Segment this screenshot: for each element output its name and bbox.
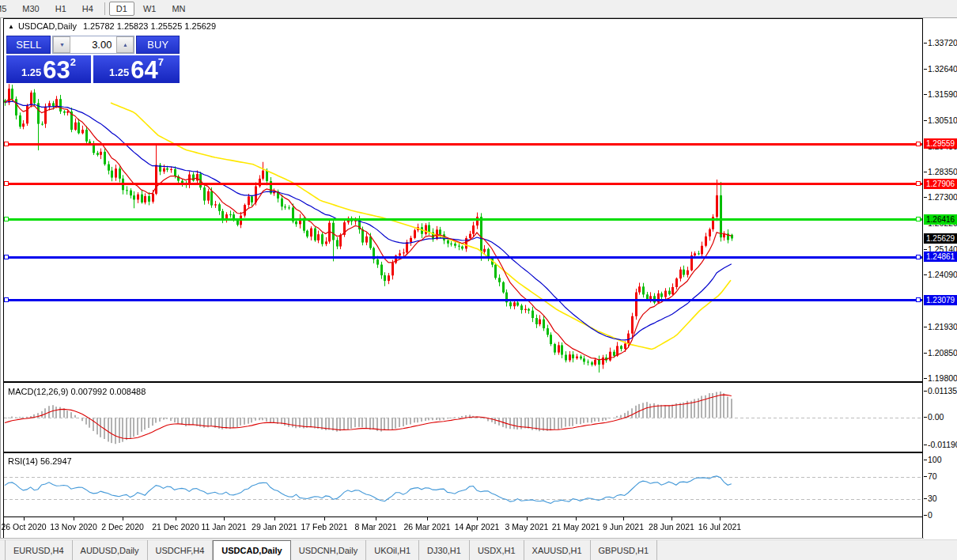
volume-input[interactable] xyxy=(70,36,116,53)
rsi-tick-label: 100 xyxy=(928,455,942,464)
rsi-tick-label: 70 xyxy=(928,471,937,481)
chart-symbol-label: USDCAD,Daily xyxy=(18,21,77,31)
price-level-badge: 1.23079 xyxy=(924,295,957,305)
tab-usdchf-h4[interactable]: USDCHF,H4 xyxy=(148,540,214,560)
date-tick-label: 9 Jun 2021 xyxy=(603,522,644,532)
date-tick-label: 21 Dec 2020 xyxy=(152,522,199,532)
timeframe-button-m30[interactable]: M30 xyxy=(15,2,46,16)
price-level-badge: 1.29559 xyxy=(924,138,957,149)
date-tick-label: 26 Oct 2020 xyxy=(1,522,46,532)
tab-ukoil-h1[interactable]: UKOil,H1 xyxy=(366,540,419,560)
panel-collapse-icon[interactable]: ▲ xyxy=(8,23,14,30)
sell-price-small: 1.25 xyxy=(21,66,41,78)
sell-price-sup: 2 xyxy=(70,56,76,68)
date-tick-label: 8 Mar 2021 xyxy=(354,522,396,532)
sell-button[interactable]: SELL xyxy=(6,36,51,54)
tab-eurusd-h4[interactable]: EURUSD,H4 xyxy=(5,540,73,560)
price-tick-label: 1.28350 xyxy=(928,167,957,176)
date-tick-label: 17 Feb 2021 xyxy=(301,522,348,532)
timeframe-button-mn[interactable]: MN xyxy=(165,2,192,16)
price-tick-label: 1.21930 xyxy=(928,322,957,331)
macd-indicator-label: MACD(12,26,9) 0.007992 0.008488 xyxy=(8,387,146,396)
date-tick-label: 28 Jun 2021 xyxy=(649,522,694,532)
chart-ohlc-readout: 1.25782 1.25823 1.25525 1.25629 xyxy=(83,21,216,31)
price-tick-label: 1.24090 xyxy=(928,270,957,279)
chart-title: ▲USDCAD,Daily1.25782 1.25823 1.25525 1.2… xyxy=(8,21,216,31)
price-level-badge: 1.24861 xyxy=(924,252,957,262)
price-chart-canvas[interactable] xyxy=(0,0,924,560)
timeframe-button-h1[interactable]: H1 xyxy=(48,2,74,16)
price-tick-label: 1.31590 xyxy=(928,89,957,99)
tab-xauusd-h1[interactable]: XAUUSD,H1 xyxy=(524,540,591,560)
mt4-window: M5M30H1H4D1W1MN ▲USDCAD,Daily1.25782 1.2… xyxy=(0,0,957,560)
timeframe-button-m5[interactable]: M5 xyxy=(0,2,13,16)
date-tick-label: 3 May 2021 xyxy=(505,522,549,532)
up-arrow-icon: ▲ xyxy=(123,42,128,47)
volume-control: ▼ ▲ xyxy=(52,36,134,54)
chart-tabs-bar: EURUSD,H4AUDUSD,DailyUSDCHF,H4USDCAD,Dai… xyxy=(0,539,957,560)
buy-button[interactable]: BUY xyxy=(136,36,180,54)
date-tick-label: 13 Nov 2020 xyxy=(50,522,97,532)
macd-tick-label: 0.01135 xyxy=(928,386,957,395)
price-level-badge: 1.26416 xyxy=(924,214,957,225)
timeframe-button-w1[interactable]: W1 xyxy=(136,2,164,16)
price-tick-label: 1.27300 xyxy=(928,192,957,202)
toolbar-separator xyxy=(104,2,105,15)
macd-tick-label: 0.00 xyxy=(928,412,944,422)
date-tick-label: 21 May 2021 xyxy=(552,522,600,532)
tab-usdcad-daily[interactable]: USDCAD,Daily xyxy=(213,540,290,560)
price-level-badge: 1.27906 xyxy=(924,179,957,189)
sell-price-big: 63 xyxy=(43,59,70,81)
buy-price-display[interactable]: 1.25647 xyxy=(93,55,180,83)
one-click-trading-panel: SELL ▼ ▲ BUY 1.25632 1.25647 xyxy=(6,36,180,83)
rsi-tick-label: 0 xyxy=(928,510,932,520)
price-tick-label: 1.30510 xyxy=(928,115,957,125)
price-tick-label: 1.32640 xyxy=(928,64,957,74)
price-tick-label: 1.33720 xyxy=(928,38,957,47)
buy-price-small: 1.25 xyxy=(109,66,129,78)
volume-decrease-button[interactable]: ▼ xyxy=(53,36,70,53)
buy-price-sup: 7 xyxy=(158,56,164,68)
date-tick-label: 16 Jul 2021 xyxy=(698,522,741,532)
tab-usdx-h1[interactable]: USDX,H1 xyxy=(470,540,524,560)
date-tick-label: 26 Mar 2021 xyxy=(404,522,451,532)
rsi-tick-label: 30 xyxy=(928,494,937,503)
price-tick-label: 1.19800 xyxy=(928,373,957,383)
tab-audusd-daily[interactable]: AUDUSD,Daily xyxy=(73,540,148,560)
rsi-indicator-label: RSI(14) 56.2947 xyxy=(8,456,72,466)
price-tick-label: 1.20850 xyxy=(928,348,957,358)
tab-gbpusd-h1[interactable]: GBPUSD,H1 xyxy=(591,540,658,560)
date-tick-label: 11 Jan 2021 xyxy=(201,522,246,532)
sell-price-display[interactable]: 1.25632 xyxy=(6,55,91,83)
timeframe-button-d1[interactable]: D1 xyxy=(109,2,134,16)
timeframe-toolbar: M5M30H1H4D1W1MN xyxy=(0,0,957,18)
volume-increase-button[interactable]: ▲ xyxy=(116,36,134,53)
timeframe-button-h4[interactable]: H4 xyxy=(75,2,100,16)
date-tick-label: 2 Dec 2020 xyxy=(101,522,144,532)
date-tick-label: 14 Apr 2021 xyxy=(455,522,500,532)
price-level-badge: 1.25629 xyxy=(924,233,957,244)
tab-usdcnh-daily[interactable]: USDCNH,Daily xyxy=(291,540,367,560)
macd-tick-label: -0.011904 xyxy=(928,440,957,449)
buy-price-big: 64 xyxy=(130,59,157,81)
down-arrow-icon: ▼ xyxy=(59,42,65,47)
tab-dj30-h1[interactable]: DJ30,H1 xyxy=(419,540,470,560)
date-tick-label: 29 Jan 2021 xyxy=(252,522,297,532)
